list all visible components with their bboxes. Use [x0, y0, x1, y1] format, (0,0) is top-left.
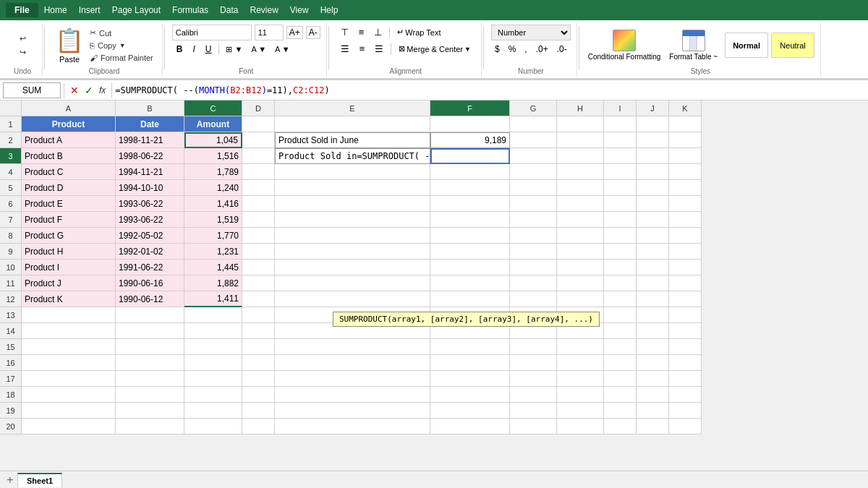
cell-F6[interactable]: [430, 196, 510, 212]
cell-E15[interactable]: [275, 339, 430, 355]
cell-F1[interactable]: [430, 116, 510, 132]
cell-F5[interactable]: [430, 180, 510, 196]
cell-C12[interactable]: 1,411: [184, 291, 242, 307]
cell-I17[interactable]: [604, 371, 637, 387]
cell-E16[interactable]: [275, 355, 430, 371]
cell-F9[interactable]: [430, 244, 510, 260]
cell-B2[interactable]: 1998-11-21: [116, 132, 184, 148]
cell-G16[interactable]: [510, 355, 557, 371]
confirm-formula-button[interactable]: ✓: [82, 85, 96, 96]
cell-H11[interactable]: [557, 275, 604, 291]
paste-button[interactable]: 📋: [55, 26, 84, 55]
cell-G19[interactable]: [510, 403, 557, 419]
insert-tab-menu[interactable]: Insert: [73, 4, 106, 17]
cell-D19[interactable]: [242, 403, 275, 419]
cell-A14[interactable]: [22, 323, 116, 339]
cell-B13[interactable]: [116, 307, 184, 323]
cell-C6[interactable]: 1,416: [184, 196, 242, 212]
col-header-F[interactable]: F: [430, 100, 510, 116]
cell-A18[interactable]: [22, 387, 116, 403]
cell-J7[interactable]: [637, 212, 669, 228]
cell-K2[interactable]: [669, 132, 702, 148]
cell-F7[interactable]: [430, 212, 510, 228]
cell-B5[interactable]: 1994-10-10: [116, 180, 184, 196]
cell-E12[interactable]: [275, 291, 430, 307]
cell-D4[interactable]: [242, 164, 275, 180]
cell-D17[interactable]: [242, 371, 275, 387]
cell-J20[interactable]: [637, 419, 669, 435]
cell-H6[interactable]: [557, 196, 604, 212]
cell-A10[interactable]: Product I: [22, 260, 116, 275]
cell-I13[interactable]: [604, 307, 637, 323]
col-header-E[interactable]: E: [275, 100, 430, 116]
cell-H8[interactable]: [557, 228, 604, 244]
cell-A8[interactable]: Product G: [22, 228, 116, 244]
formulas-tab-menu[interactable]: Formulas: [166, 4, 214, 17]
cell-I16[interactable]: [604, 355, 637, 371]
cell-K3[interactable]: [669, 148, 702, 164]
cell-F17[interactable]: [430, 371, 510, 387]
cell-C10[interactable]: 1,445: [184, 260, 242, 275]
cell-G5[interactable]: [510, 180, 557, 196]
cell-G10[interactable]: [510, 260, 557, 275]
cell-H15[interactable]: [557, 339, 604, 355]
decimal-decrease-button[interactable]: .0-: [553, 42, 571, 56]
cell-J19[interactable]: [637, 403, 669, 419]
cell-I1[interactable]: [604, 116, 637, 132]
cell-F11[interactable]: [430, 275, 510, 291]
cell-G3[interactable]: [510, 148, 557, 164]
cell-I10[interactable]: [604, 260, 637, 275]
cell-G12[interactable]: [510, 291, 557, 307]
cell-E2[interactable]: Product Sold in June: [275, 132, 430, 148]
cell-B1[interactable]: Date: [116, 116, 184, 132]
cell-J9[interactable]: [637, 244, 669, 260]
col-header-D[interactable]: D: [242, 100, 275, 116]
row-header-1[interactable]: 1: [0, 116, 22, 132]
cell-C19[interactable]: [184, 403, 242, 419]
cell-J8[interactable]: [637, 228, 669, 244]
row-header-16[interactable]: 16: [0, 355, 22, 371]
cell-K11[interactable]: [669, 275, 702, 291]
cell-B19[interactable]: [116, 403, 184, 419]
cell-B12[interactable]: 1990-06-12: [116, 291, 184, 307]
row-header-8[interactable]: 8: [0, 228, 22, 244]
col-header-H[interactable]: H: [557, 100, 604, 116]
cell-A15[interactable]: [22, 339, 116, 355]
cell-F20[interactable]: [430, 419, 510, 435]
font-size-increase-button[interactable]: A+: [286, 26, 303, 39]
cell-E1[interactable]: [275, 116, 430, 132]
cell-C1[interactable]: Amount: [184, 116, 242, 132]
cell-A12[interactable]: Product K: [22, 291, 116, 307]
cell-B7[interactable]: 1993-06-22: [116, 212, 184, 228]
cell-C11[interactable]: 1,882: [184, 275, 242, 291]
cell-C17[interactable]: [184, 371, 242, 387]
cell-F16[interactable]: [430, 355, 510, 371]
cell-B4[interactable]: 1994-11-21: [116, 164, 184, 180]
row-header-15[interactable]: 15: [0, 339, 22, 355]
cell-B18[interactable]: [116, 387, 184, 403]
page-layout-tab-menu[interactable]: Page Layout: [106, 4, 166, 17]
cell-E9[interactable]: [275, 244, 430, 260]
cell-G9[interactable]: [510, 244, 557, 260]
cell-D7[interactable]: [242, 212, 275, 228]
cell-I19[interactable]: [604, 403, 637, 419]
cell-E17[interactable]: [275, 371, 430, 387]
review-tab-menu[interactable]: Review: [244, 4, 284, 17]
conditional-formatting-button[interactable]: Conditional Formatting: [587, 28, 663, 62]
row-header-17[interactable]: 17: [0, 371, 22, 387]
cell-B15[interactable]: [116, 339, 184, 355]
cell-I18[interactable]: [604, 387, 637, 403]
cell-C15[interactable]: [184, 339, 242, 355]
cell-F12[interactable]: [430, 291, 510, 307]
cell-A2[interactable]: Product A: [22, 132, 116, 148]
cell-C9[interactable]: 1,231: [184, 244, 242, 260]
cell-E10[interactable]: [275, 260, 430, 275]
cell-G11[interactable]: [510, 275, 557, 291]
cell-C3[interactable]: 1,516: [184, 148, 242, 164]
cell-I8[interactable]: [604, 228, 637, 244]
row-header-4[interactable]: 4: [0, 164, 22, 180]
cell-G15[interactable]: [510, 339, 557, 355]
align-bottom-button[interactable]: ⊥: [370, 25, 386, 40]
cell-F3[interactable]: [430, 148, 510, 164]
cell-D9[interactable]: [242, 244, 275, 260]
